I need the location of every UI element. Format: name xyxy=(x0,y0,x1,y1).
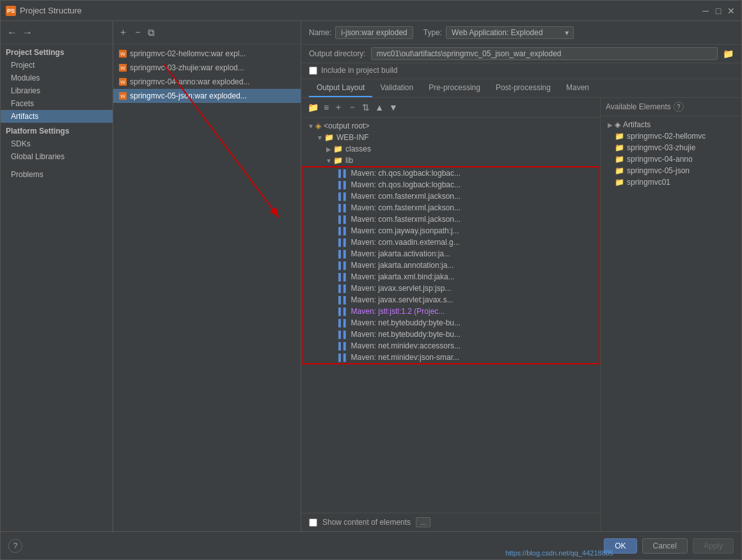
avail-item-springmvc05[interactable]: 📁 springmvc-05-json xyxy=(601,165,741,176)
output-dir-label: Output directory: xyxy=(309,49,366,58)
sidebar-item-problems[interactable]: Problems xyxy=(1,168,113,181)
add-artifact-button[interactable]: ＋ xyxy=(117,26,129,38)
tab-maven[interactable]: Maven xyxy=(558,79,597,97)
springmvc03-arrow-icon xyxy=(606,144,615,152)
maven-bar-icon-13: ▌▌ xyxy=(338,307,349,315)
sidebar-item-artifacts[interactable]: Artifacts xyxy=(1,110,113,123)
maven-bar-icon-5: ▌▌ xyxy=(338,215,349,223)
sidebar-item-sdks[interactable]: SDKs xyxy=(1,137,113,150)
available-help-icon[interactable]: ? xyxy=(674,102,684,112)
output-tree: ▼ ◈ <output root> ▼ 📁 WEB-INF ▶ xyxy=(301,118,600,513)
maven-item-17[interactable]: ▌▌ Maven: net.minidev:json-smar... xyxy=(303,352,599,363)
show-content-options-button[interactable]: ... xyxy=(416,517,430,527)
apply-button[interactable]: Apply xyxy=(693,538,734,554)
tab-validation[interactable]: Validation xyxy=(372,79,421,97)
include-row: Include in project build xyxy=(301,63,741,79)
tab-output-layout[interactable]: Output Layout xyxy=(309,79,372,97)
tab-post-processing[interactable]: Post-processing xyxy=(488,79,558,97)
tree-output-root[interactable]: ▼ ◈ <output root> xyxy=(301,120,600,132)
tree-lib[interactable]: ▼ 📁 lib xyxy=(301,155,600,166)
avail-item-springmvc01[interactable]: 📁 springmvc01 xyxy=(601,176,741,188)
maximize-button[interactable]: □ xyxy=(713,6,723,16)
help-button[interactable]: ? xyxy=(8,539,22,553)
output-layout-toolbar: 📁 ≡ ＋ － ⇅ ▲ ▼ xyxy=(301,98,600,118)
available-panel: Available Elements ? ▶ ◈ Artifacts 📁 spr xyxy=(601,98,741,531)
type-dropdown[interactable]: Web Application: Exploded xyxy=(446,26,574,39)
back-button[interactable]: ← xyxy=(6,27,19,38)
maven-item-9[interactable]: ▌▌ Maven: jakarta.annotation:ja... xyxy=(303,260,599,271)
artifact-list-toolbar: ＋ － ⧉ xyxy=(113,21,301,44)
springmvc04-icon: 📁 xyxy=(615,155,624,164)
sidebar-item-project[interactable]: Project xyxy=(1,59,113,72)
tree-classes[interactable]: ▶ 📁 classes xyxy=(301,143,600,155)
artifact-item-3[interactable]: W springmvc-04-anno:war exploded... xyxy=(113,75,301,89)
maven-item-10[interactable]: ▌▌ Maven: jakarta.xml.bind:jaka... xyxy=(303,271,599,283)
maven-item-7[interactable]: ▌▌ Maven: com.vaadin.external.g... xyxy=(303,237,599,248)
close-button[interactable]: ✕ xyxy=(726,6,736,16)
browse-output-dir-button[interactable]: 📁 xyxy=(723,49,734,59)
remove-artifact-button[interactable]: － xyxy=(132,26,144,38)
maven-bar-icon-11: ▌▌ xyxy=(338,284,349,292)
show-content-checkbox[interactable] xyxy=(309,518,317,527)
maven-item-11[interactable]: ▌▌ Maven: javax.servlet.jsp:jsp... xyxy=(303,283,599,294)
artifact-icon-2: W xyxy=(118,63,127,72)
maven-item-15[interactable]: ▌▌ Maven: net.bytebuddy:byte-bu... xyxy=(303,329,599,340)
maven-item-8[interactable]: ▌▌ Maven: jakarta.activation:ja... xyxy=(303,248,599,260)
move-up-button[interactable]: ▲ xyxy=(374,101,385,114)
maven-item-2[interactable]: ▌▌ Maven: ch.qos.logback:logbac... xyxy=(303,179,599,191)
web-inf-icon: 📁 xyxy=(324,133,334,142)
lib-arrow-icon: ▼ xyxy=(324,157,333,164)
maven-bar-icon-9: ▌▌ xyxy=(338,261,349,269)
type-label: Type: xyxy=(423,28,442,37)
available-elements-header: Available Elements ? xyxy=(601,98,741,116)
create-dir-button[interactable]: 📁 xyxy=(306,101,320,114)
maven-item-6[interactable]: ▌▌ Maven: com.jayway.jsonpath:j... xyxy=(303,225,599,237)
move-down-button[interactable]: ▼ xyxy=(388,101,399,114)
add-output-button[interactable]: ＋ xyxy=(333,100,344,114)
cancel-button[interactable]: Cancel xyxy=(642,538,688,554)
include-checkbox[interactable] xyxy=(309,66,317,75)
artifact-item-4[interactable]: W springmvc-05-json:war exploded... xyxy=(113,89,301,103)
maven-item-14[interactable]: ▌▌ Maven: net.bytebuddy:byte-bu... xyxy=(303,317,599,329)
maven-bar-icon-4: ▌▌ xyxy=(338,204,349,212)
svg-text:W: W xyxy=(120,93,125,99)
tree-web-inf[interactable]: ▼ 📁 WEB-INF xyxy=(301,132,600,143)
name-value[interactable]: i-json:war exploded xyxy=(335,26,413,39)
maven-bar-icon-6: ▌▌ xyxy=(338,227,349,235)
sort-button[interactable]: ⇅ xyxy=(361,101,371,114)
sidebar-item-global-libraries[interactable]: Global Libraries xyxy=(1,150,113,163)
window-controls: ─ □ ✕ xyxy=(700,6,736,16)
sidebar-item-libraries[interactable]: Libraries xyxy=(1,84,113,97)
sidebar-item-modules[interactable]: Modules xyxy=(1,72,113,84)
output-dir-value[interactable]: mvc01\out\artifacts\springmvc_05_json_wa… xyxy=(371,47,718,60)
artifacts-icon: ◈ xyxy=(615,120,620,129)
avail-item-springmvc03[interactable]: 📁 springmvc-03-zhujie xyxy=(601,142,741,153)
toggle-view-button[interactable]: ≡ xyxy=(322,101,330,114)
project-structure-window: PS Project Structure ─ □ ✕ ← → Project S… xyxy=(0,0,742,560)
maven-item-4[interactable]: ▌▌ Maven: com.fasterxml.jackson... xyxy=(303,202,599,214)
name-field-row: Name: i-json:war exploded xyxy=(309,26,413,39)
sidebar-item-facets[interactable]: Facets xyxy=(1,97,113,110)
bottom-bar: Show content of elements ... xyxy=(301,513,600,531)
maven-item-3[interactable]: ▌▌ Maven: com.fasterxml.jackson... xyxy=(303,191,599,202)
maven-item-1[interactable]: ▌▌ Maven: ch.qos.logback:logbac... xyxy=(303,167,599,179)
copy-artifact-button[interactable]: ⧉ xyxy=(146,27,156,38)
artifact-header: Name: i-json:war exploded Type: Web Appl… xyxy=(301,21,741,45)
remove-output-button[interactable]: － xyxy=(347,100,358,114)
window-title: Project Structure xyxy=(20,6,700,15)
maven-item-16[interactable]: ▌▌ Maven: net.minidev:accessors... xyxy=(303,340,599,352)
artifact-icon-4: W xyxy=(118,91,127,100)
title-bar: PS Project Structure ─ □ ✕ xyxy=(1,1,741,21)
minimize-button[interactable]: ─ xyxy=(700,6,711,16)
artifact-item-2[interactable]: W springmvc-03-zhujie:war explod... xyxy=(113,61,301,75)
artifact-item-1[interactable]: W springmvc-02-hellomvc:war expl... xyxy=(113,47,301,61)
avail-item-springmvc04[interactable]: 📁 springmvc-04-anno xyxy=(601,153,741,165)
avail-item-artifacts[interactable]: ▶ ◈ Artifacts xyxy=(601,119,741,130)
avail-item-springmvc02[interactable]: 📁 springmvc-02-hellomvc xyxy=(601,130,741,142)
maven-item-13[interactable]: ▌▌ Maven: jstl:jstl:1.2 (Projec... xyxy=(303,306,599,317)
forward-button[interactable]: → xyxy=(21,27,34,38)
window-footer: ? https://blog.csdn.net/qq_44218805 OK C… xyxy=(1,531,741,559)
maven-item-5[interactable]: ▌▌ Maven: com.fasterxml.jackson... xyxy=(303,214,599,225)
tab-pre-processing[interactable]: Pre-processing xyxy=(421,79,488,97)
maven-item-12[interactable]: ▌▌ Maven: javax.servlet:javax.s... xyxy=(303,294,599,306)
